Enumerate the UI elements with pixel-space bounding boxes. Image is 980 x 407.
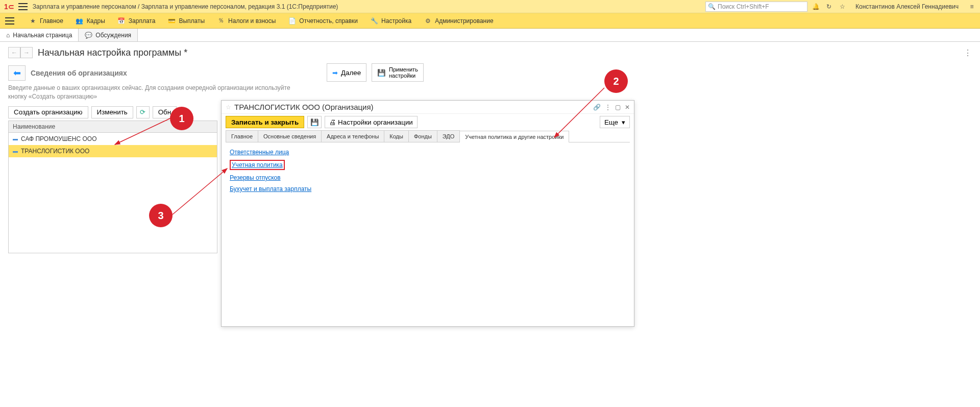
tab-label: ЭДО [443,133,455,139]
save-disk-icon: 💾 [377,69,386,77]
section-label: Администрирование [435,17,493,25]
dialog-tabs: Главное Основные сведения Адреса и телеф… [226,130,630,142]
save-button[interactable]: 💾 [307,116,322,128]
refresh-button[interactable]: ⟳ [136,106,150,118]
wallet-icon: 💳 [167,17,176,25]
section-title: Сведения об организациях [31,69,127,77]
section-taxes[interactable]: ％Налоги и взносы [217,17,276,25]
link-accounting-payroll[interactable]: Бухучет и выплата зарплаты [230,185,311,193]
list-item-label: ТРАНСЛОГИСТИК ООО [21,148,89,155]
section-admin[interactable]: ⚙Администрирование [424,17,493,25]
document-icon: 📄 [288,17,296,25]
link-vacation-reserves[interactable]: Резервы отпусков [230,174,281,181]
save-icon: 💾 [310,118,319,126]
section-reports[interactable]: 📄Отчетность, справки [288,17,358,25]
button-label: Настройки организации [338,118,413,126]
tab-label: Начальная страница [13,32,72,39]
button-label: Еще [604,118,618,126]
tab-label: Адреса и телефоны [327,133,379,139]
more-button[interactable]: Еще▾ [600,116,630,128]
tab-main[interactable]: Главное [226,130,258,142]
tab-label: Обсуждения [95,32,131,39]
dialog-body: Ответственные лица Учетная политика Резе… [222,142,634,203]
section-label: Кадры [87,17,105,25]
chevron-down-icon: ▾ [622,118,625,126]
tab-edo[interactable]: ЭДО [437,130,460,142]
section-label: Зарплата [129,17,156,25]
next-button[interactable]: ➡ Далее [327,63,366,82]
button-label: Обн [158,108,171,116]
current-user[interactable]: Константинов Алексей Геннадиевич [855,3,959,10]
main-section-toolbar: ★Главное 👥Кадры 📅Зарплата 💳Выплаты ％Нало… [0,13,980,29]
chat-icon: 💬 [85,32,92,39]
link-accounting-policy[interactable]: Учетная политика [232,161,283,169]
arrow-left-icon: ⬅ [13,67,21,79]
dialog-minimize-icon[interactable]: ▢ [615,104,621,111]
edit-org-button[interactable]: Изменить [91,106,133,118]
section-label: Выплаты [179,17,205,25]
main-menu-icon[interactable] [18,3,28,10]
window-controls-icon[interactable]: ≡ [968,3,976,11]
wizard-action-row: ➡ Далее 💾 Применить настройки [327,63,424,82]
link-label: Резервы отпусков [230,174,281,181]
sections-menu-icon[interactable] [5,17,14,25]
link-label: Бухучет и выплата зарплаты [230,185,311,193]
list-item[interactable]: ▬ САФ ПРОМОУШЕНС ООО [9,133,217,145]
tab-label: Учетная политика и другие настройки [465,134,564,140]
link-label: Учетная политика [232,161,283,169]
organization-dialog: ☆ ТРАНСЛОГИСТИК ООО (Организация) 🔗 ⋮ ▢ … [221,100,634,327]
annotation-circle-2: 2 [604,69,628,93]
create-org-button[interactable]: Создать организацию [8,106,88,118]
section-salary[interactable]: 📅Зарплата [117,17,156,25]
section-label: Отчетность, справки [299,17,358,25]
nav-forward-button[interactable]: → [20,47,33,58]
page-header: ← → Начальная настройка программы * ⋮ [0,42,980,63]
tab-codes[interactable]: Коды [384,130,409,142]
print-icon: 🖨 [329,118,336,126]
tab-funds[interactable]: Фонды [408,130,437,142]
section-payments[interactable]: 💳Выплаты [167,17,205,25]
tab-discussions[interactable]: 💬 Обсуждения [79,29,138,41]
section-main[interactable]: ★Главное [29,17,63,25]
bell-icon[interactable]: 🔔 [812,3,820,11]
org-item-icon: ▬ [13,136,18,141]
list-item[interactable]: ▬ ТРАНСЛОГИСТИК ООО [9,145,217,157]
button-label: Создать организацию [14,108,83,116]
wrench-icon: 🔧 [370,17,378,25]
nav-back-button[interactable]: ← [8,47,20,58]
annotation-number: 2 [613,76,619,87]
dialog-title: ТРАНСЛОГИСТИК ООО (Организация) [234,103,593,111]
open-tabs-row: ⌂ Начальная страница 💬 Обсуждения [0,29,980,42]
link-icon[interactable]: 🔗 [593,104,601,111]
save-and-close-button[interactable]: Записать и закрыть [226,116,304,128]
hint-text: Введите данные о ваших организациях сейч… [8,84,309,101]
highlighted-link-box: Учетная политика [230,160,285,170]
page-menu-icon[interactable]: ⋮ [964,48,972,58]
star-filled-icon: ★ [29,17,37,25]
annotation-number: 1 [179,113,184,125]
tab-addresses[interactable]: Адреса и телефоны [321,130,384,142]
link-responsible-persons[interactable]: Ответственные лица [230,149,289,156]
section-label: Налоги и взносы [228,17,276,25]
app-titlebar: 1⊂ Зарплата и управление персоналом / За… [0,0,980,13]
button-label: Записать и закрыть [231,118,299,126]
wizard-back-button[interactable]: ⬅ [8,65,26,81]
tab-label: Коды [389,133,403,139]
favorite-star-icon[interactable]: ☆ [226,104,231,111]
tab-label: Основные сведения [263,133,316,139]
annotation-number: 3 [158,210,163,222]
history-icon[interactable]: ↻ [825,3,833,11]
percent-icon: ％ [217,17,225,25]
tab-basic-info[interactable]: Основные сведения [258,130,322,142]
tab-home[interactable]: ⌂ Начальная страница [0,29,79,41]
star-icon[interactable]: ☆ [838,3,846,11]
section-settings[interactable]: 🔧Настройка [370,17,411,25]
section-personnel[interactable]: 👥Кадры [76,17,105,25]
people-icon: 👥 [76,17,84,25]
org-settings-button[interactable]: 🖨Настройки организации [325,116,418,128]
global-search-input[interactable]: 🔍 Поиск Ctrl+Shift+F [705,2,807,12]
dialog-close-icon[interactable]: ✕ [625,104,630,111]
apply-settings-button[interactable]: 💾 Применить настройки [372,63,424,82]
dialog-menu-icon[interactable]: ⋮ [605,104,611,111]
tab-accounting-policy[interactable]: Учетная политика и другие настройки [459,131,569,142]
